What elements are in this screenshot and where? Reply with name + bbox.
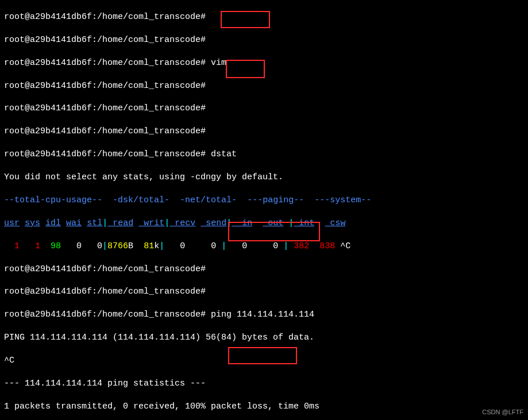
prompt-line[interactable]: root@a29b4141db6f:/home/coml_transcode#: [4, 103, 524, 114]
prompt-dstat[interactable]: root@a29b4141db6f:/home/coml_transcode# …: [4, 149, 524, 160]
dstat-row: 1 1 98 0 0|8766B 81k| 0 0 | 0 0 | 382 83…: [4, 241, 524, 252]
prompt-line[interactable]: root@a29b4141db6f:/home/coml_transcode#: [4, 80, 524, 92]
ping-output: 1 packets transmitted, 0 received, 100% …: [4, 401, 524, 413]
prompt-line[interactable]: root@a29b4141db6f:/home/coml_transcode#: [4, 11, 524, 23]
prompt-ping-ip[interactable]: root@a29b4141db6f:/home/coml_transcode# …: [4, 309, 524, 321]
prompt-line[interactable]: root@a29b4141db6f:/home/coml_transcode#: [4, 34, 524, 46]
prompt-vim[interactable]: root@a29b4141db6f:/home/coml_transcode# …: [4, 57, 524, 69]
watermark: CSDN @LFTF: [482, 408, 523, 417]
ping-output: --- 114.114.114.114 ping statistics ---: [4, 378, 524, 390]
dstat-subheader: usr sys idl wai stl| read writ| recv sen…: [4, 218, 524, 229]
prompt-line[interactable]: root@a29b4141db6f:/home/coml_transcode#: [4, 126, 524, 137]
dstat-msg: You did not select any stats, using -cdn…: [4, 172, 524, 183]
ping-output: ^C: [4, 355, 524, 367]
terminal-output: root@a29b4141db6f:/home/coml_transcode# …: [0, 0, 528, 420]
dstat-header: --total-cpu-usage-- -dsk/total- -net/tot…: [4, 195, 524, 206]
prompt-line[interactable]: root@a29b4141db6f:/home/coml_transcode#: [4, 264, 524, 275]
prompt-line[interactable]: root@a29b4141db6f:/home/coml_transcode#: [4, 286, 524, 298]
ping-output: PING 114.114.114.114 (114.114.114.114) 5…: [4, 332, 524, 344]
